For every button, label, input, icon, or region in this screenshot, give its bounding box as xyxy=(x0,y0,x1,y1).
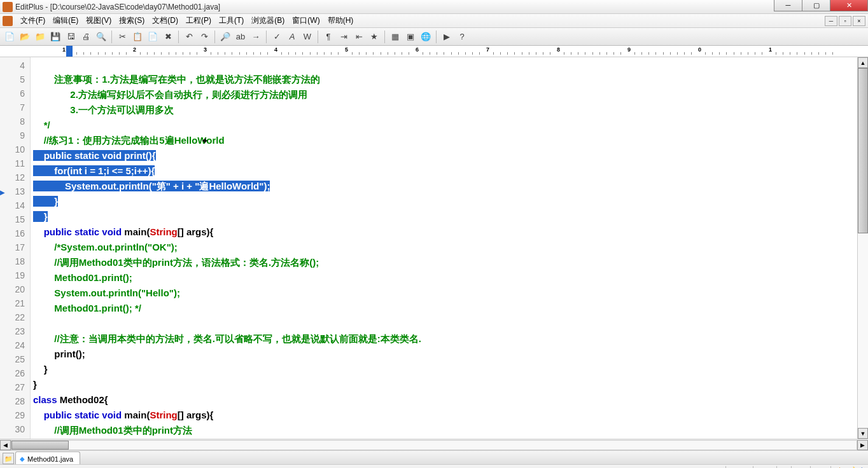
scroll-left-button[interactable]: ◀ xyxy=(0,440,11,450)
preview-button[interactable]: 🔍 xyxy=(94,30,108,44)
print-button[interactable]: 🖨 xyxy=(79,30,93,44)
selected-text: for(int i = 1;i <= 5;i++){ xyxy=(33,165,155,176)
cut-button[interactable]: ✂ xyxy=(115,30,129,44)
line-number: 11 xyxy=(0,156,25,170)
code-line: } xyxy=(33,364,48,375)
delete-button[interactable]: ✖ xyxy=(161,30,175,44)
code-line: } xyxy=(33,211,48,222)
toolbar-separator xyxy=(318,31,318,43)
line-number: 29 xyxy=(0,408,25,422)
status-overwrite: 00 xyxy=(792,466,810,469)
help-button[interactable]: ? xyxy=(455,30,469,44)
scroll-right-button[interactable]: ▶ xyxy=(857,440,868,450)
code-line: } xyxy=(33,196,58,207)
mdi-restore-button[interactable]: ▫ xyxy=(839,16,851,26)
replace-button[interactable]: ab xyxy=(234,30,248,44)
mdi-controls: ─ ▫ × xyxy=(823,16,865,26)
menu-view[interactable]: 视图(V) xyxy=(82,14,115,27)
line-number: 5 xyxy=(0,72,25,86)
line-number: 23 xyxy=(0,324,25,338)
code-line: 3.一个方法可以调用多次 xyxy=(33,104,174,115)
line-gutter: 456789101112▶131415161718192021222324252… xyxy=(0,57,31,439)
close-button[interactable]: ✕ xyxy=(830,0,868,11)
spellcheck-button[interactable]: ✓ xyxy=(270,30,284,44)
font-button[interactable]: W xyxy=(300,30,314,44)
copy-button[interactable]: 📋 xyxy=(130,30,144,44)
code-line: //练习1：使用方法完成输出5遍HelloWorld xyxy=(33,135,225,146)
redo-button[interactable]: ↷ xyxy=(197,30,211,44)
toolbar-separator xyxy=(384,31,385,43)
scroll-track[interactable] xyxy=(11,440,857,450)
menu-search[interactable]: 搜索(S) xyxy=(115,14,148,27)
fullscreen-button[interactable]: ▣ xyxy=(403,30,417,44)
menu-tools[interactable]: 工具(T) xyxy=(215,14,248,27)
goto-button[interactable]: → xyxy=(249,30,263,44)
mdi-close-button[interactable]: × xyxy=(853,16,865,26)
whitespace-button[interactable]: ¶ xyxy=(321,30,335,44)
ruler: 12345678901 xyxy=(0,46,868,57)
document-tab-bar: 📁 ◆ Method01.java xyxy=(0,450,868,464)
outdent-button[interactable]: ⇤ xyxy=(352,30,366,44)
toolbar-separator xyxy=(436,31,437,43)
maximize-button[interactable]: ▢ xyxy=(802,0,830,11)
save-button[interactable]: 💾 xyxy=(48,30,62,44)
code-line: public static void main(String[] args){ xyxy=(33,410,213,420)
menu-project[interactable]: 工程(P) xyxy=(182,14,215,27)
line-number: 20 xyxy=(0,282,25,296)
line-number: 9 xyxy=(0,128,25,142)
open-button[interactable]: 📂 xyxy=(18,30,32,44)
columns-button[interactable]: ▦ xyxy=(388,30,402,44)
window-title: EditPlus - [D:\course\02-JavaSE\code\day… xyxy=(15,3,865,11)
mdi-minimize-button[interactable]: ─ xyxy=(825,16,837,26)
paste-button[interactable]: 📄 xyxy=(146,30,160,44)
line-number: 21 xyxy=(0,296,25,310)
minimize-button[interactable]: ─ xyxy=(774,0,802,11)
code-line: 2.方法编写好以后不会自动执行，则必须进行方法的调用 xyxy=(33,89,307,100)
file-tab[interactable]: ◆ Method01.java xyxy=(15,451,80,464)
line-number: 19 xyxy=(0,268,25,282)
indent-button[interactable]: ⇥ xyxy=(337,30,351,44)
status-line: 行 13 xyxy=(726,466,753,469)
code-line: System.out.println("Hello"); xyxy=(33,287,180,298)
code-line: public static void main(String[] args){ xyxy=(33,226,213,237)
menu-file[interactable]: 文件(F) xyxy=(17,14,49,27)
code-editor[interactable]: 注意事项：1.方法是编写在类中，也就是说方法不能嵌套方法的 2.方法编写好以后不… xyxy=(31,57,857,439)
wordwrap-button[interactable]: A xyxy=(285,30,299,44)
code-line: //调用Method01类中的print方法 xyxy=(33,425,192,436)
line-number: 22 xyxy=(0,310,25,324)
scroll-down-button[interactable]: ▼ xyxy=(858,428,868,439)
horizontal-scrollbar[interactable]: ◀ ▶ xyxy=(0,439,868,450)
scroll-up-button[interactable]: ▲ xyxy=(858,57,868,68)
toolbar-separator xyxy=(214,31,215,43)
menu-document[interactable]: 文档(D) xyxy=(148,14,182,27)
code-line: Method01.print(); xyxy=(33,272,132,283)
toolbar-separator xyxy=(266,31,267,43)
status-encoding: PC xyxy=(811,466,831,469)
menu-window[interactable]: 窗口(W) xyxy=(288,14,323,27)
undo-button[interactable]: ↶ xyxy=(182,30,196,44)
menu-browser[interactable]: 浏览器(B) xyxy=(248,14,288,27)
save-all-button[interactable]: 🖫 xyxy=(64,30,78,44)
scroll-track[interactable] xyxy=(858,68,868,428)
code-line: print(); xyxy=(33,348,85,359)
run-button[interactable]: ▶ xyxy=(440,30,454,44)
line-number: 8 xyxy=(0,114,25,128)
editor-area: 456789101112▶131415161718192021222324252… xyxy=(0,57,868,439)
selected-text: System.out.println("第" + i + "遍HelloWorl… xyxy=(33,181,270,191)
scroll-thumb[interactable] xyxy=(11,441,69,450)
find-button[interactable]: 🔎 xyxy=(218,30,232,44)
menu-help[interactable]: 帮助(H) xyxy=(324,14,358,27)
bookmark-button[interactable]: ★ xyxy=(367,30,381,44)
line-number: 16 xyxy=(0,226,25,240)
open-remote-button[interactable]: 📁 xyxy=(33,30,47,44)
browser-button[interactable]: 🌐 xyxy=(419,30,433,44)
tab-directory-button[interactable]: 📁 xyxy=(3,453,14,464)
tab-label: Method01.java xyxy=(27,455,73,463)
vertical-scrollbar[interactable]: ▲ ▼ xyxy=(857,57,868,439)
status-selection: 5 xyxy=(777,466,792,469)
menu-edit[interactable]: 编辑(E) xyxy=(49,14,82,27)
app-icon xyxy=(3,2,13,12)
new-file-button[interactable]: 📄 xyxy=(3,30,17,44)
code-line: */ xyxy=(33,120,50,130)
scroll-thumb[interactable] xyxy=(858,68,868,233)
